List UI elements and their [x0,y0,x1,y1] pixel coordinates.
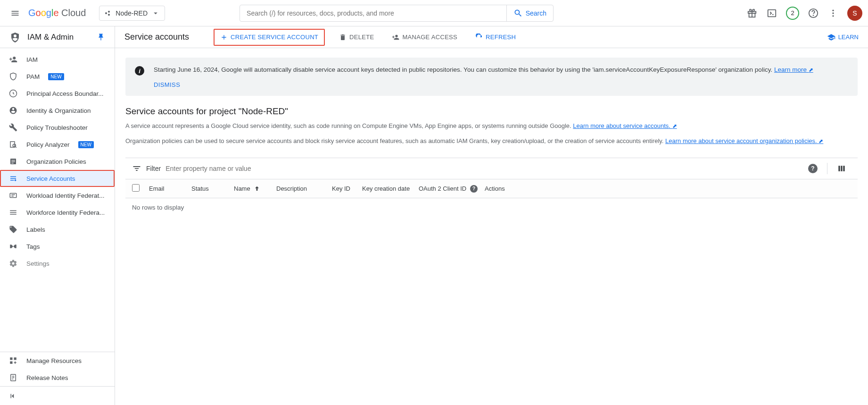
search-icon [513,8,523,18]
more-vert-icon[interactable] [827,8,839,19]
new-badge: NEW [78,141,94,148]
notes-icon [8,373,18,382]
svg-point-12 [832,15,834,17]
person-add-icon [392,34,399,41]
project-selector[interactable]: Node-RED [99,6,165,21]
label-icon [8,225,18,234]
learn-more-org-policies-link[interactable]: Learn more about service account organiz… [665,137,823,144]
workforce-icon [8,208,18,217]
new-badge: NEW [48,73,64,80]
delete-button[interactable]: DELETE [335,31,378,44]
page-title: Service accounts [124,32,189,42]
svg-point-1 [108,10,110,12]
sidebar-item-workforce-identity[interactable]: Workforce Identity Federa... [0,204,115,221]
col-keydate[interactable]: Key creation date [362,185,419,192]
plus-icon [220,34,228,41]
sidebar-item-pam[interactable]: PAM NEW [0,68,115,85]
external-link-icon: ⬈ [809,67,813,73]
pin-icon[interactable] [97,33,105,42]
chevron-left-icon [8,392,17,400]
sidebar-item-workload-identity[interactable]: Workload Identity Federat... [0,187,115,204]
shield-icon [8,72,18,81]
svg-rect-36 [843,166,844,171]
sidebar-collapse-button[interactable] [0,386,115,405]
learn-more-service-accounts-link[interactable]: Learn more about service accounts. ⬈ [573,122,677,129]
analyzer-icon [8,140,18,149]
cloud-shell-icon[interactable] [766,8,777,19]
sidebar-item-manage-resources[interactable]: Manage Resources [0,352,115,369]
col-keyid[interactable]: Key ID [332,185,362,192]
sidebar-item-identity-org[interactable]: Identity & Organization [0,102,115,119]
sidebar-item-labels[interactable]: Labels [0,221,115,238]
columns-icon[interactable] [837,164,846,173]
table-header-row: Email Status Name Description Key ID Key… [125,179,858,198]
boundary-icon [8,89,18,98]
graduation-icon [827,33,835,42]
filter-icon [132,164,141,173]
notification-badge[interactable]: 2 [786,7,799,20]
sidebar-item-policy-analyzer[interactable]: Policy Analyzer NEW [0,136,115,153]
sidebar-item-policy-troubleshooter[interactable]: Policy Troubleshooter [0,119,115,136]
col-actions[interactable]: Actions [485,185,522,192]
refresh-button[interactable]: REFRESH [471,31,520,44]
google-cloud-logo[interactable]: Google Cloud [28,8,86,18]
svg-point-11 [832,12,834,14]
divider [827,163,827,174]
filter-help-icon[interactable]: ? [808,164,818,173]
filter-input[interactable] [165,165,803,172]
sidebar-item-org-policies[interactable]: Organization Policies [0,153,115,170]
search-input[interactable] [240,9,506,17]
svg-rect-28 [10,362,12,364]
filter-label: Filter [146,165,161,172]
banner-learn-more-link[interactable]: Learn more ⬈ [774,66,813,73]
svg-rect-23 [10,211,17,211]
svg-rect-25 [10,214,17,215]
svg-rect-33 [11,394,12,398]
sidebar-item-service-accounts[interactable]: Service Accounts [0,170,115,187]
service-account-icon [8,174,18,183]
help-icon[interactable] [808,8,819,19]
logo-suffix: Cloud [61,8,86,18]
svg-line-15 [16,147,17,148]
hamburger-menu[interactable] [6,4,25,23]
sidebar-item-principal-access[interactable]: Principal Access Boundar... [0,85,115,102]
sidebar-item-settings[interactable]: Settings [0,255,115,272]
shield-person-icon [9,32,21,43]
sidebar-item-release-notes[interactable]: Release Notes [0,369,115,386]
col-description[interactable]: Description [276,185,332,192]
workload-icon [8,191,18,200]
svg-rect-34 [838,166,840,171]
sidebar-item-tags[interactable]: Tags [0,238,115,255]
svg-rect-20 [10,194,17,198]
svg-point-2 [108,14,110,16]
col-name[interactable]: Name [234,185,276,193]
col-oauth[interactable]: OAuth 2 Client ID ? [419,185,485,193]
create-service-account-button[interactable]: CREATE SERVICE ACCOUNT [214,29,325,46]
gift-icon[interactable] [746,8,758,19]
svg-rect-26 [10,357,12,360]
section-title: Service accounts for project "Node-RED" [125,106,858,117]
user-avatar[interactable]: S [847,6,862,21]
external-link-icon: ⬈ [818,138,823,144]
search-button[interactable]: Search [506,5,553,21]
dismiss-button[interactable]: DISMISS [154,81,813,88]
search-button-label: Search [526,9,546,17]
learn-button[interactable]: LEARN [827,33,859,42]
refresh-icon [475,34,483,41]
svg-rect-27 [14,357,17,360]
col-email[interactable]: Email [149,185,191,192]
tag-icon [8,242,18,251]
manage-access-button[interactable]: MANAGE ACCESS [388,31,461,44]
sidebar-header: IAM & Admin [0,26,115,48]
svg-point-0 [105,12,107,14]
search-bar[interactable]: Search [240,5,554,22]
svg-rect-35 [841,166,842,171]
select-all-checkbox[interactable] [132,184,140,192]
person-add-icon [8,55,18,64]
sidebar-item-iam[interactable]: IAM [0,51,115,68]
oauth-help-icon[interactable]: ? [470,185,478,193]
external-link-icon: ⬈ [672,123,677,129]
chevron-down-icon [151,9,160,17]
gear-icon [8,259,18,268]
col-status[interactable]: Status [191,185,234,192]
